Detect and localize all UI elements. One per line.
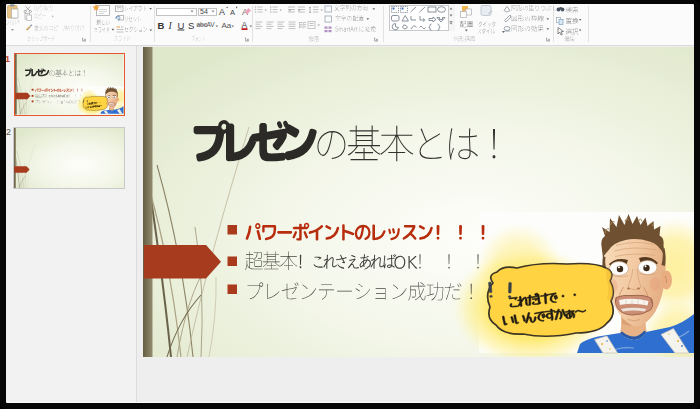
- svg-text:I: I: [168, 21, 173, 31]
- svg-text:A: A: [230, 8, 235, 17]
- svg-text:S: S: [188, 20, 194, 31]
- svg-text:2: 2: [6, 127, 11, 137]
- svg-text:U: U: [178, 20, 185, 31]
- svg-text:54: 54: [200, 8, 208, 15]
- svg-text:A: A: [242, 20, 248, 30]
- svg-text:Aa: Aa: [222, 21, 232, 30]
- svg-text:B: B: [158, 20, 165, 31]
- svg-text:A: A: [219, 7, 225, 17]
- svg-text:AV: AV: [207, 21, 216, 28]
- svg-text:1: 1: [6, 54, 10, 64]
